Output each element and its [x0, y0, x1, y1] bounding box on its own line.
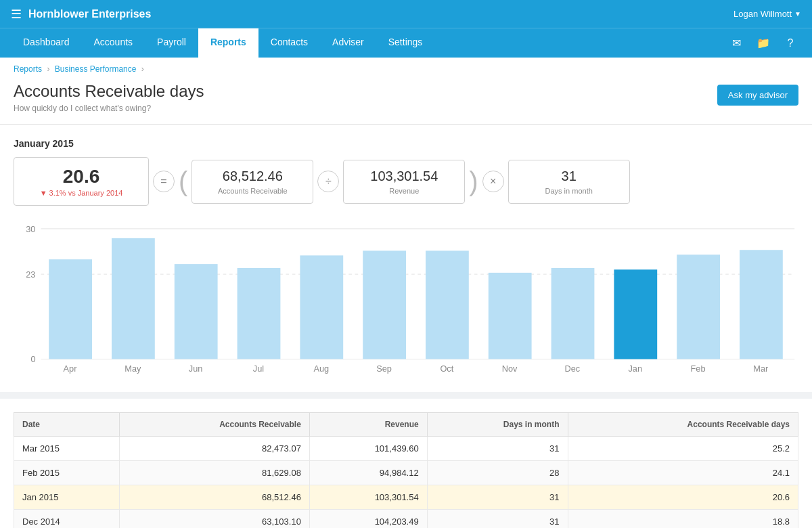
- nav-contacts[interactable]: Contacts: [258, 28, 320, 58]
- formula-row: 20.6 ▼ 3.1% vs January 2014 = ( 68,512.4…: [14, 157, 798, 206]
- label-jun: Jun: [189, 364, 203, 374]
- cell-ar-days: 18.8: [568, 510, 798, 529]
- bar-oct[interactable]: [426, 250, 469, 359]
- revenue-card: 103,301.54 Revenue: [343, 160, 465, 204]
- mail-icon[interactable]: ✉: [725, 32, 747, 54]
- main-value-number: 20.6: [28, 166, 135, 188]
- cell-ar: 82,473.07: [119, 437, 309, 461]
- user-menu[interactable]: Logan Willmott ▼: [734, 9, 801, 19]
- app-title: Hornblower Enterprises: [28, 8, 151, 20]
- revenue-label: Revenue: [357, 187, 451, 195]
- table-row: Feb 2015 81,629.08 94,984.12 28 24.1: [14, 461, 798, 485]
- hamburger-menu[interactable]: ☰: [11, 7, 22, 22]
- data-table: Date Accounts Receivable Revenue Days in…: [14, 412, 798, 528]
- bar-jul[interactable]: [238, 268, 281, 359]
- cell-date: Feb 2015: [14, 461, 120, 485]
- cell-revenue: 103,301.54: [309, 485, 427, 510]
- help-icon[interactable]: ?: [780, 32, 801, 54]
- col-header-ar: Accounts Receivable: [119, 413, 309, 437]
- page-title-area: Accounts Receivable days How quickly do …: [14, 82, 204, 113]
- page-header: Accounts Receivable days How quickly do …: [0, 76, 812, 125]
- breadcrumb-sep-1: ›: [47, 64, 51, 74]
- nav-links: Dashboard Accounts Payroll Reports Conta…: [11, 28, 434, 58]
- label-jul: Jul: [253, 364, 264, 374]
- change-arrow-icon: ▼: [40, 189, 47, 197]
- cell-date: Mar 2015: [14, 437, 120, 461]
- change-text: 3.1% vs January 2014: [49, 189, 123, 197]
- nav-payroll[interactable]: Payroll: [145, 28, 198, 58]
- label-aug: Aug: [313, 364, 329, 374]
- nav-bar: Dashboard Accounts Payroll Reports Conta…: [0, 28, 812, 58]
- col-header-date: Date: [14, 413, 120, 437]
- bar-may[interactable]: [112, 238, 155, 359]
- user-name: Logan Willmott: [734, 9, 792, 19]
- col-header-revenue: Revenue: [309, 413, 427, 437]
- cell-days: 31: [427, 485, 568, 510]
- cell-ar: 81,629.08: [119, 461, 309, 485]
- section-separator: [0, 392, 812, 399]
- chart-container: 30 23 0 Apr May Jun Jul Aug: [14, 219, 798, 378]
- main-content: January 2015 20.6 ▼ 3.1% vs January 2014…: [0, 125, 812, 528]
- equals-operator: =: [153, 171, 175, 192]
- col-header-ar-days: Accounts Receivable days: [568, 413, 798, 437]
- days-in-month-card: 31 Days in month: [508, 160, 630, 204]
- top-header-left: ☰ Hornblower Enterprises: [11, 7, 151, 22]
- change-indicator: ▼ 3.1% vs January 2014: [28, 189, 135, 197]
- cell-ar: 68,512.46: [119, 485, 309, 510]
- page-title: Accounts Receivable days: [14, 82, 204, 101]
- ar-label: Accounts Receivable: [206, 187, 299, 195]
- cell-ar-days: 20.6: [568, 485, 798, 510]
- nav-reports[interactable]: Reports: [198, 28, 258, 58]
- label-dec: Dec: [565, 364, 581, 374]
- divide-operator: ÷: [317, 171, 339, 192]
- days-label: Days in month: [522, 187, 616, 195]
- label-mar: Mar: [753, 364, 769, 374]
- bar-dec[interactable]: [551, 268, 595, 359]
- table-row: Jan 2015 68,512.46 103,301.54 31 20.6: [14, 485, 798, 510]
- bar-aug[interactable]: [300, 255, 343, 359]
- label-nov: Nov: [502, 364, 518, 374]
- label-feb: Feb: [691, 364, 706, 374]
- label-apr: Apr: [64, 364, 78, 374]
- cell-ar: 63,103.10: [119, 510, 309, 529]
- days-value: 31: [522, 169, 616, 184]
- table-section: Date Accounts Receivable Revenue Days in…: [14, 399, 798, 528]
- folder-icon[interactable]: 📁: [752, 32, 774, 54]
- y-label-23: 23: [26, 269, 35, 280]
- cell-revenue: 101,439.60: [309, 437, 427, 461]
- cell-days: 31: [427, 510, 568, 529]
- cell-days: 28: [427, 461, 568, 485]
- nav-accounts[interactable]: Accounts: [82, 28, 145, 58]
- page-subtitle: How quickly do I collect what's owing?: [14, 104, 204, 113]
- close-paren: ): [469, 168, 478, 195]
- nav-adviser[interactable]: Adviser: [320, 28, 376, 58]
- cell-date: Jan 2015: [14, 485, 120, 510]
- label-jan: Jan: [628, 364, 642, 374]
- accounts-receivable-card: 68,512.46 Accounts Receivable: [191, 160, 313, 204]
- nav-dashboard[interactable]: Dashboard: [11, 28, 82, 58]
- bar-apr[interactable]: [49, 259, 92, 359]
- bar-jun[interactable]: [175, 264, 218, 359]
- bar-nov[interactable]: [489, 273, 532, 359]
- table-row: Dec 2014 63,103.10 104,203.49 31 18.8: [14, 510, 798, 529]
- cell-revenue: 94,984.12: [309, 461, 427, 485]
- table-header-row: Date Accounts Receivable Revenue Days in…: [14, 413, 798, 437]
- top-header: ☰ Hornblower Enterprises Logan Willmott …: [0, 0, 812, 28]
- bar-sep[interactable]: [363, 250, 406, 359]
- nav-settings[interactable]: Settings: [376, 28, 435, 58]
- multiply-operator: ×: [482, 171, 504, 192]
- ar-value: 68,512.46: [206, 169, 299, 184]
- bar-mar[interactable]: [740, 250, 783, 359]
- label-oct: Oct: [440, 364, 453, 374]
- ask-advisor-button[interactable]: Ask my advisor: [717, 85, 798, 106]
- label-sep: Sep: [376, 364, 392, 374]
- cell-date: Dec 2014: [14, 510, 120, 529]
- breadcrumb-reports[interactable]: Reports: [14, 64, 42, 74]
- cell-ar-days: 25.2: [568, 437, 798, 461]
- breadcrumb-business-performance[interactable]: Business Performance: [55, 64, 137, 74]
- bar-chart: 30 23 0 Apr May Jun Jul Aug: [14, 219, 798, 376]
- y-label-0: 0: [30, 354, 35, 364]
- col-header-days: Days in month: [427, 413, 568, 437]
- bar-jan[interactable]: [614, 269, 657, 359]
- bar-feb[interactable]: [677, 255, 720, 359]
